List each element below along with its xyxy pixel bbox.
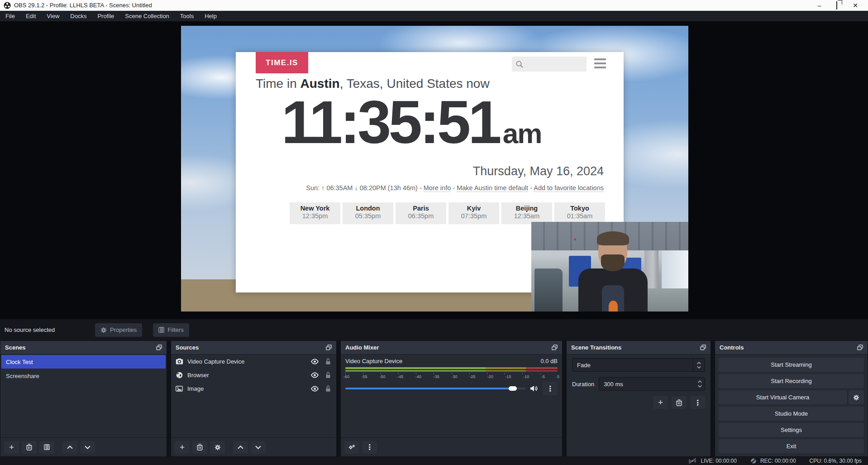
transition-select-arrows[interactable] [693,359,705,371]
source-row-browser[interactable]: Browser [171,368,336,382]
duration-spinner[interactable]: 300 ms [599,377,705,391]
popout-icon[interactable] [857,345,863,350]
volume-slider[interactable] [345,388,525,389]
start-streaming-button[interactable]: Start Streaming [719,358,864,372]
popout-icon[interactable] [326,345,332,350]
scenes-dock: Scenes Clock Test Screenshare + [0,340,167,457]
menu-edit[interactable]: Edit [20,11,41,21]
transition-kebab-button[interactable]: ⋮ [690,396,705,409]
menu-file[interactable]: File [0,11,20,21]
filters-icon [158,327,164,333]
popout-icon[interactable] [700,345,706,350]
menu-help[interactable]: Help [199,11,222,21]
popout-icon[interactable] [552,345,558,350]
source-up-button[interactable] [233,441,248,454]
close-button[interactable]: ✕ [853,2,858,9]
preview-area: TIME.IS Time in Austin, Texas, United St… [0,21,868,319]
hamburger-menu-icon [594,58,606,68]
scene-up-button[interactable] [62,441,77,454]
duration-up-button[interactable] [698,380,702,383]
source-properties-button[interactable] [210,441,225,454]
search-icon [515,60,524,68]
minimize-button[interactable]: – [817,2,821,9]
scene-transitions-dock: Scene Transitions Fade Duration 300 ms [566,340,711,457]
mixer-channel-level: 0.0 dB [540,358,558,364]
world-clock-london: London05:35pm [343,202,393,224]
source-status-text: No source selected [5,326,95,333]
page-date: Thursday, May 16, 2024 [473,164,604,178]
transition-select[interactable]: Fade [572,358,705,372]
virtual-camera-settings-button[interactable] [849,390,864,404]
sun-info-line: Sun: ↑ 06:35AM ↓ 08:20PM (13h 46m) - Mor… [306,184,604,192]
lock-icon[interactable] [325,385,331,392]
favorites-link: Add to favorite locations [534,184,604,192]
camera-icon [175,358,184,364]
mixer-menu-kebab-button[interactable]: ⋮ [362,441,377,454]
webcam-source[interactable] [531,222,688,312]
more-info-link: More info [424,184,451,192]
mixer-toolbar: ⋮ [341,437,562,456]
world-clock-tokyo: Tokyo01:35am [554,202,605,224]
scene-item-screenshare[interactable]: Screenshare [1,369,166,383]
sources-dock: Sources Video Capture Device [171,340,337,457]
mixer-kebab-button[interactable]: ⋮ [543,382,558,395]
popout-icon[interactable] [156,345,162,350]
duration-label: Duration [572,381,594,388]
lock-icon[interactable] [325,358,331,365]
duration-value: 300 ms [599,381,695,388]
visibility-eye-icon[interactable] [310,386,319,392]
search-input [512,57,587,72]
menu-view[interactable]: View [41,11,65,21]
mixer-channel-name: Video Capture Device [345,358,540,364]
scene-item-clock-test[interactable]: Clock Test [1,355,166,369]
add-source-button[interactable]: + [175,441,190,454]
visibility-eye-icon[interactable] [310,372,319,378]
visibility-eye-icon[interactable] [310,359,319,364]
clock-meridiem: am [503,118,542,149]
source-down-button[interactable] [251,441,266,454]
start-virtual-camera-button[interactable]: Start Virtual Camera [719,390,847,404]
source-row-image[interactable]: Image [171,382,336,395]
lock-icon[interactable] [325,372,331,379]
world-clock-beijing: Beijing12:35am [501,202,552,224]
add-transition-button[interactable]: + [653,396,668,409]
remove-source-button[interactable] [192,441,207,454]
exit-button[interactable]: Exit [719,439,864,453]
settings-button[interactable]: Settings [719,423,864,437]
filters-button[interactable]: Filters [153,323,189,337]
controls-title: Controls [720,344,857,351]
obs-logo-icon [4,2,11,9]
duration-down-button[interactable] [698,385,702,388]
properties-button[interactable]: Properties [95,323,142,337]
cpu-fps-stats: CPU: 0.6%, 30.00 fps [810,458,862,464]
restore-button[interactable] [836,2,837,9]
speaker-icon[interactable] [530,385,538,392]
menu-tools[interactable]: Tools [175,11,199,21]
window-title: OBS 29.1.2 - Profile: LLHLS BETA - Scene… [14,2,817,9]
add-scene-button[interactable]: + [4,441,19,454]
start-recording-button[interactable]: Start Recording [719,374,864,388]
studio-mode-button[interactable]: Studio Mode [719,407,864,421]
scene-down-button[interactable] [80,441,95,454]
volume-meter [345,367,558,372]
scene-filters-button[interactable] [39,441,54,454]
sources-toolbar: + [171,437,336,456]
menu-profile[interactable]: Profile [92,11,119,21]
record-icon [750,458,757,464]
menu-docks[interactable]: Docks [65,11,92,21]
source-row-video-capture[interactable]: Video Capture Device [171,355,336,368]
remove-scene-button[interactable] [22,441,37,454]
transition-selected-value: Fade [572,362,693,369]
menubar: File Edit View Docks Profile Scene Colle… [0,11,868,21]
program-canvas[interactable]: TIME.IS Time in Austin, Texas, United St… [181,26,688,312]
clock-display: 11:35:51am [248,92,574,153]
volume-slider-handle[interactable] [509,386,517,391]
statusbar: LIVE: 00:00:00 REC: 00:00:00 CPU: 0.6%, … [0,457,868,465]
advanced-audio-button[interactable] [344,441,359,454]
world-clocks: New York12:35pm London05:35pm Paris06:35… [290,202,605,224]
menu-scene-collection[interactable]: Scene Collection [119,11,175,21]
remove-transition-button[interactable] [672,396,687,409]
world-clock-kyiv: Kyiv07:35pm [448,202,499,224]
restore-icon [836,1,837,10]
audio-mixer-dock: Audio Mixer Video Capture Device 0.0 dB … [340,340,563,457]
